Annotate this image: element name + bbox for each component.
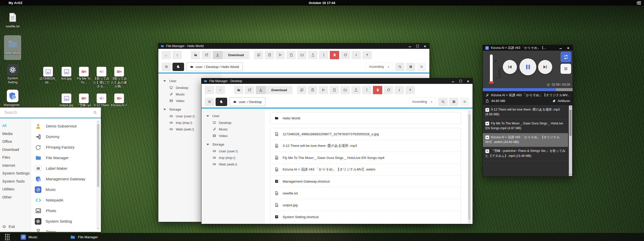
sidebar-item-music[interactable]: Music: [201, 126, 265, 132]
sidebar-section-user[interactable]: User: [201, 113, 265, 119]
scroll-down-icon[interactable]: [97, 227, 99, 230]
sidebar-item-user-drive[interactable]: User (user:/): [201, 148, 265, 154]
back-button[interactable]: ←: [205, 86, 214, 94]
file-row[interactable]: 117346026_4968186883206677_3276783073763…: [270, 128, 461, 140]
file-row[interactable]: [270, 223, 461, 224]
file-row[interactable]: Kizuna AI × 花譜 #63 「かりそめ」【オリジナルMV】.webm: [270, 163, 461, 175]
breadcrumb[interactable]: user: / Desktop / Hello World: [186, 62, 243, 71]
desktop-icon-audio-file[interactable]: [97, 67, 106, 77]
desktop-icon-image-file[interactable]: [62, 67, 71, 77]
desktop-icon-label[interactable]: Fly Me To Th...: [75, 77, 93, 85]
search-input[interactable]: [4, 110, 93, 115]
open-in-new-window-button[interactable]: [202, 51, 211, 59]
app-item-ffmpeg-factory[interactable]: FFmpeg Factory: [35, 142, 93, 153]
category-internet[interactable]: Internet: [0, 161, 31, 169]
info-button[interactable]: i: [395, 86, 404, 94]
app-item-notepada[interactable]: NotepadA: [35, 195, 93, 205]
category-office[interactable]: Office: [0, 137, 31, 146]
scroll-up-icon[interactable]: [468, 111, 471, 113]
info-button[interactable]: i: [352, 51, 361, 59]
sidebar-item-desktop[interactable]: Desktop: [201, 119, 265, 126]
sidebar-item-web-drive[interactable]: Web (web:/): [201, 161, 265, 167]
download-button[interactable]: Download: [213, 51, 249, 59]
volume-slider[interactable]: [490, 54, 493, 83]
desktop-icon-video-file[interactable]: [79, 93, 89, 103]
dark-mode-button[interactable]: [172, 63, 184, 71]
paste-button[interactable]: [265, 51, 274, 59]
up-button[interactable]: ↑: [216, 86, 225, 94]
playlist-item[interactable]: Fly Me To The Moon _ Gawr Gura Sings _ H…: [483, 119, 568, 133]
playlist-button[interactable]: [561, 64, 571, 74]
category-all[interactable]: All: [0, 122, 31, 130]
download-button[interactable]: Download: [256, 86, 292, 94]
exit-button[interactable]: Exit: [0, 224, 31, 229]
app-item-dummy[interactable]: Dummy: [35, 131, 93, 142]
category-other[interactable]: Other: [0, 193, 31, 201]
app-item-system-setting[interactable]: System Setting: [35, 216, 93, 227]
grid-view-button[interactable]: [406, 63, 415, 71]
list-toggle-button[interactable]: [162, 63, 171, 71]
scrollbar-thumb[interactable]: [569, 110, 572, 136]
close-button[interactable]: ×: [466, 80, 470, 83]
grid-view-button[interactable]: [449, 98, 458, 106]
desktop-icon-audio-file[interactable]: [97, 93, 106, 103]
copy-button[interactable]: [297, 86, 306, 94]
cut-button[interactable]: [276, 51, 285, 59]
list-view-button[interactable]: [417, 63, 426, 71]
desktop-icon-system-setting[interactable]: [7, 64, 18, 76]
app-item-management-gateway[interactable]: Management Gateway: [35, 174, 93, 184]
delete-button[interactable]: [330, 51, 339, 59]
file-row[interactable]: System Setting.shortcut: [270, 211, 461, 223]
sidebar-item-video[interactable]: Video: [201, 132, 265, 139]
playlist-item[interactable]: 『雪峰 ~yukimine~ Piano & Strings Ver.』を歌って…: [483, 147, 568, 161]
previous-track-button[interactable]: [503, 60, 517, 74]
desktop-icon-label[interactable]: output.jpg: [57, 104, 75, 108]
scrollbar-thumb[interactable]: [97, 124, 99, 187]
help-button[interactable]: ?: [405, 86, 415, 94]
title-bar[interactable]: File Manager - Hello World ×: [158, 43, 429, 49]
desktop-icon-label[interactable]: 【歌ってみた】愛にできる...: [92, 77, 110, 89]
maximize-button[interactable]: [416, 45, 419, 48]
new-file-button[interactable]: [286, 51, 296, 59]
volume-down-label[interactable]: −: [495, 76, 497, 80]
pause-button[interactable]: [519, 58, 536, 75]
title-bar[interactable]: File Manager - Desktop ×: [201, 78, 473, 84]
help-button[interactable]: ?: [362, 51, 372, 59]
open-button[interactable]: [234, 86, 243, 94]
scroll-down-icon[interactable]: [468, 221, 471, 223]
rename-button[interactable]: [362, 86, 371, 94]
launcher-grid-icon[interactable]: [5, 234, 10, 240]
app-item-file-manager[interactable]: File Manager: [35, 153, 93, 163]
close-button[interactable]: ×: [567, 46, 570, 50]
file-row[interactable]: output.jpg: [270, 199, 461, 211]
new-file-button[interactable]: [330, 86, 339, 94]
sidebar-section-storage[interactable]: Storage: [201, 141, 265, 148]
playlist-item[interactable]: 3-12 There will be love there -愛のある場所-.m…: [483, 106, 568, 119]
hamburger-icon[interactable]: [637, 1, 641, 5]
desktop-icon-hello-world[interactable]: Hello World: [4, 35, 21, 60]
close-button[interactable]: ×: [423, 45, 427, 48]
search-button[interactable]: [438, 98, 448, 106]
scrollbar-vertical[interactable]: [96, 120, 100, 230]
file-row[interactable]: 3-12 There will be love there -愛のある場所-.m…: [270, 140, 461, 152]
desktop-icon-label[interactable]: 【歌ってみた】あの夏が飽...: [110, 77, 128, 89]
new-folder-button[interactable]: [340, 86, 350, 94]
delete-button[interactable]: [373, 86, 382, 94]
desktop-icon-label[interactable]: 117346026_49...: [39, 77, 57, 85]
copy-button[interactable]: [254, 51, 263, 59]
minimize-button[interactable]: [559, 46, 562, 50]
refresh-button[interactable]: [384, 86, 393, 94]
minimize-button[interactable]: [408, 45, 412, 48]
dark-mode-button[interactable]: [216, 98, 227, 106]
desktop-icon-label[interactable]: newfile.txt: [4, 25, 22, 29]
desktop-icon-management-gateway[interactable]: [7, 90, 18, 102]
sort-dropdown[interactable]: Ascending ▾: [409, 97, 436, 106]
taskbar-item-file-manager[interactable]: File Manager: [70, 234, 98, 240]
maximize-button[interactable]: [459, 80, 462, 83]
list-view-button[interactable]: [460, 98, 469, 106]
desktop-icon-video-file[interactable]: [114, 67, 124, 77]
scrollbar-vertical[interactable]: [569, 106, 572, 176]
scrollbar-vertical[interactable]: [467, 110, 471, 224]
rename-button[interactable]: [319, 51, 328, 59]
minimize-button[interactable]: [451, 80, 455, 83]
